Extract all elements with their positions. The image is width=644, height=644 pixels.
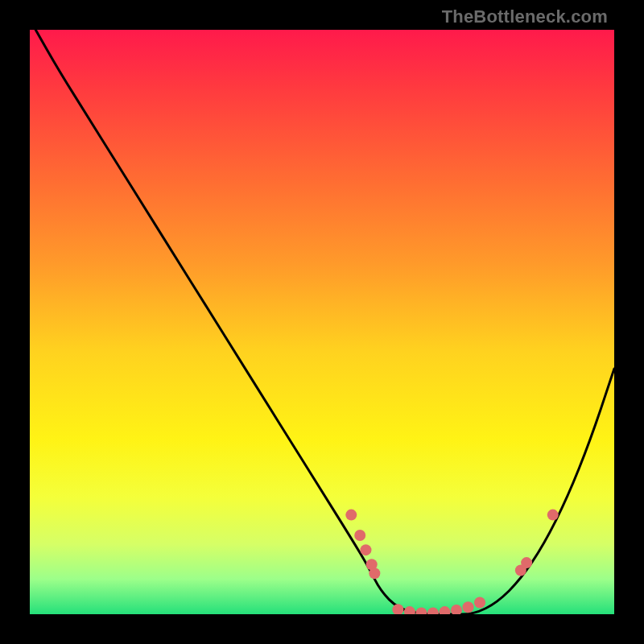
data-point-marker (521, 557, 532, 568)
data-point-marker (354, 530, 365, 541)
gradient-bg (30, 30, 614, 614)
data-point-marker (360, 544, 371, 555)
watermark-text: TheBottleneck.com (442, 6, 608, 27)
data-point-marker (463, 601, 474, 613)
data-point-marker (345, 510, 357, 521)
bottleneck-chart (30, 30, 614, 614)
chart-frame (30, 30, 614, 614)
data-point-marker (369, 568, 380, 579)
data-point-marker (474, 597, 485, 608)
data-point-marker (547, 510, 559, 521)
